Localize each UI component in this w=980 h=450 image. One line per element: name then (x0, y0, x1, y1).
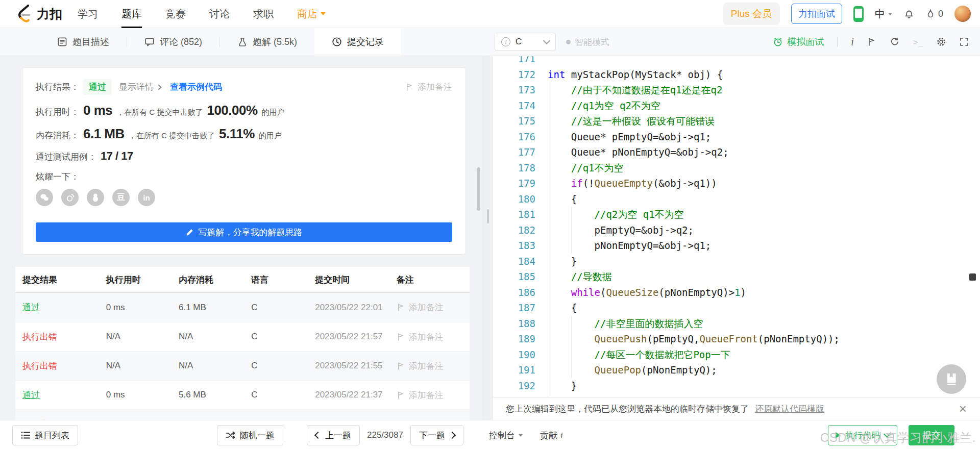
add-note-button[interactable]: 添加备注 (397, 331, 462, 343)
cell-result[interactable]: 编译出错 (22, 418, 106, 420)
mock-interview-button[interactable]: 模拟面试 (773, 36, 824, 48)
nav-item-商店[interactable]: 商店 (297, 0, 326, 28)
table-row[interactable]: 执行出错 N/A N/A C 2023/05/22 21:57 添加备注 (15, 322, 470, 351)
share-linkedin-button[interactable]: in (138, 189, 155, 206)
add-note-button[interactable]: 添加备注 (397, 389, 462, 401)
reset-code-button[interactable] (890, 37, 900, 47)
next-question-button[interactable]: 下一题 (410, 425, 463, 445)
share-weibo-button[interactable] (61, 189, 79, 206)
line-content: //每区一个数据就把它Pop一下 (548, 347, 730, 363)
restore-template-link[interactable]: 还原默认代码模版 (755, 403, 824, 415)
write-solution-button[interactable]: 写题解，分享我的解题思路 (36, 222, 452, 242)
submit-button[interactable]: 提交 (909, 425, 954, 445)
view-sample-code-link[interactable]: 查看示例代码 (170, 81, 222, 93)
code-line[interactable]: 178 //q1不为空 (493, 160, 980, 176)
language-select-value: C (516, 37, 522, 47)
table-row[interactable]: 编译出错 N/A N/A C 2023/05/22 21:36 添加备注 (15, 409, 470, 420)
code-line[interactable]: 173 //由于不知道数据是在q1还是在q2 (493, 82, 980, 98)
code-line[interactable]: 181 //q2为空 q1不为空 (493, 207, 980, 222)
daily-streak[interactable]: 0 (926, 9, 943, 19)
add-note-button[interactable]: 添加备注 (397, 418, 462, 420)
code-line[interactable]: 182 pEmptyQ=&obj->q2; (493, 222, 980, 238)
smart-mode-toggle[interactable]: 智能模式 (566, 36, 609, 48)
code-line[interactable]: 191 QueuePop(pNonEmptyQ); (493, 362, 980, 378)
editor-scrollbar-marker[interactable] (969, 273, 976, 281)
alarm-clock-icon (773, 37, 783, 47)
code-line[interactable]: 174 //q1为空 q2不为空 (493, 98, 980, 114)
add-note-button[interactable]: 添加备注 (397, 302, 462, 313)
editor-settings-button[interactable] (936, 37, 946, 47)
indent-guide (571, 222, 572, 238)
code-line[interactable]: 186 while(QueueSize(pNonEmptyQ)>1) (493, 285, 980, 301)
flag-report-button[interactable] (867, 37, 876, 46)
result-status-badge[interactable]: 通过 (83, 79, 112, 95)
console-toggle[interactable]: 控制台 (489, 430, 523, 441)
code-line[interactable]: 172 int myStackPop(MyStack* obj) { (493, 67, 980, 83)
chevron-right-icon (449, 432, 456, 439)
code-line[interactable]: 179 if(!QueueEmpty(&obj->q1)) (493, 176, 980, 191)
leetcode-logo[interactable]: 力扣 (14, 4, 62, 24)
share-qq-button[interactable] (87, 189, 104, 206)
problem-list-button[interactable]: 题目列表 (12, 425, 78, 445)
leetcode-interview-button[interactable]: 力扣面试 (791, 4, 842, 24)
code-line[interactable]: 176 Queue* pEmptyQ=&obj->q1; (493, 129, 980, 145)
panel-resize-handle[interactable] (483, 56, 493, 420)
nav-item-竞赛[interactable]: 竞赛 (165, 0, 186, 28)
close-icon[interactable]: × (959, 402, 967, 415)
code-line[interactable]: 187 { (493, 300, 980, 316)
code-line[interactable]: 185 //导数据 (493, 269, 980, 285)
prev-question-button[interactable]: 上一题 (307, 425, 360, 445)
run-code-button[interactable]: 执行代码 (828, 425, 897, 445)
table-row[interactable]: 通过 0 ms 5.6 MB C 2023/05/22 21:37 添加备注 (15, 380, 470, 409)
code-line[interactable]: 189 QueuePush(pEmptyQ,QueueFront(pNonEmp… (493, 331, 980, 347)
nav-item-求职[interactable]: 求职 (253, 0, 274, 28)
cell-result[interactable]: 通过 (22, 302, 106, 313)
line-number: 185 (493, 269, 535, 285)
code-line[interactable]: 183 pNonEmptyQ=&obj->q1; (493, 238, 980, 254)
plus-member-button[interactable]: Plus 会员 (723, 3, 780, 25)
code-line[interactable]: 193 int front=QueueFront(pNonEmptyQ); (493, 393, 980, 397)
code-line[interactable]: 188 //非空里面的数据插入空 (493, 316, 980, 332)
line-content: { (548, 300, 577, 316)
tab-solutions[interactable]: 题解 (5.5k) (220, 28, 314, 56)
code-line[interactable]: 171 (493, 56, 980, 67)
code-line[interactable]: 190 //每区一个数据就把它Pop一下 (493, 347, 980, 363)
random-question-button[interactable]: 随机一题 (217, 425, 283, 445)
add-note-button[interactable]: 添加备注 (397, 360, 462, 372)
show-details-link[interactable]: 显示详情 (119, 81, 161, 93)
code-viewport[interactable]: 171 172 int myStackPop(MyStack* obj) { 1… (493, 56, 980, 397)
notifications-bell-button[interactable] (903, 8, 915, 19)
language-switcher[interactable]: 中 (875, 7, 892, 21)
share-wechat-button[interactable] (36, 189, 53, 206)
contribute-link[interactable]: 贡献 i (540, 430, 563, 441)
fullscreen-button[interactable] (960, 37, 969, 46)
code-line[interactable]: 175 //这是一种假设 假设有可能错误 (493, 113, 980, 129)
console-shortcut-button[interactable]: >_ (913, 37, 923, 47)
col-language: 语言 (251, 274, 315, 286)
language-select[interactable]: i C (495, 33, 556, 51)
tab-submissions[interactable]: 提交记录 (314, 28, 401, 56)
tab-description[interactable]: 题目描述 (40, 28, 127, 56)
code-line[interactable]: 192 } (493, 378, 980, 394)
editor-info-button[interactable]: i (851, 36, 854, 48)
nav-item-讨论[interactable]: 讨论 (209, 0, 230, 28)
line-content: QueuePop(pNonEmptyQ); (548, 362, 717, 378)
user-avatar[interactable] (954, 6, 971, 22)
code-line[interactable]: 184 } (493, 254, 980, 269)
cell-result[interactable]: 执行出错 (22, 360, 106, 372)
table-row[interactable]: 执行出错 N/A N/A C 2023/05/22 21:55 添加备注 (15, 351, 470, 380)
share-douban-button[interactable]: 豆 (112, 189, 130, 206)
mobile-app-icon[interactable] (853, 6, 864, 22)
indent-guide (548, 176, 548, 191)
tab-comments[interactable]: 评论 (852) (127, 28, 219, 56)
code-line[interactable]: 180 { (493, 191, 980, 207)
panel-scrollbar-thumb[interactable] (477, 167, 480, 211)
cell-result[interactable]: 执行出错 (22, 331, 106, 343)
nav-item-题库[interactable]: 题库 (121, 0, 142, 28)
table-row[interactable]: 通过 0 ms 6.1 MB C 2023/05/22 22:01 添加备注 (15, 293, 470, 322)
notebook-float-button[interactable] (937, 364, 966, 394)
cell-result[interactable]: 通过 (22, 389, 106, 401)
add-note-button[interactable]: 添加备注 (405, 81, 452, 93)
nav-item-学习[interactable]: 学习 (78, 0, 98, 28)
code-line[interactable]: 177 Queue* pNonEmptyQ=&obj->q2; (493, 144, 980, 160)
